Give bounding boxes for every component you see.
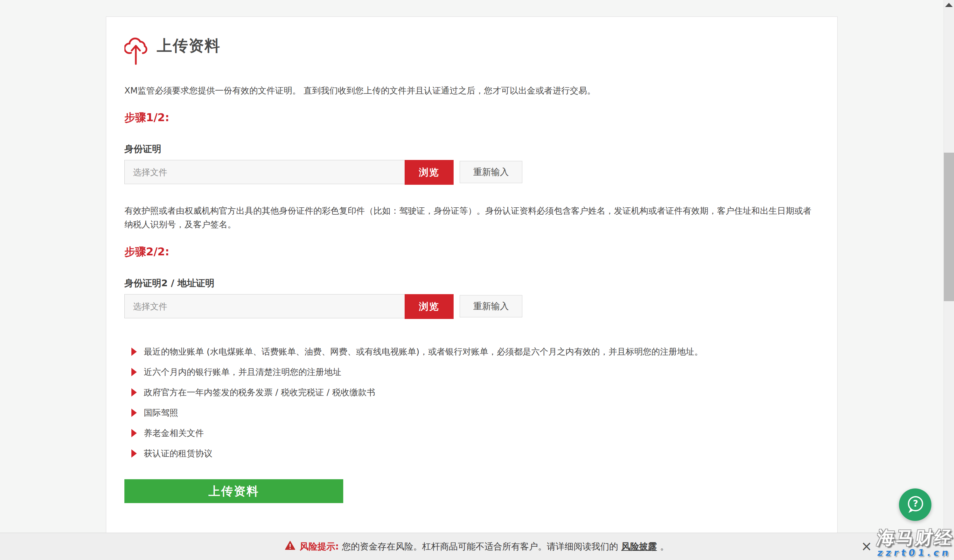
step2-field-label: 身份证明2 / 地址证明	[125, 277, 819, 289]
intro-text: XM监管必须要求您提供一份有效的文件证明。 直到我们收到您上传的文件并且认证通过…	[125, 84, 819, 97]
step1-field-label: 身份证明	[125, 143, 819, 155]
scrollbar-up-arrow-icon[interactable]	[945, 3, 953, 7]
step1-reset-button[interactable]: 重新输入	[460, 161, 522, 183]
step1-file-box: 浏览	[125, 160, 454, 184]
accepted-documents-list: 最近的物业账单 (水电煤账单、话费账单、油费、网费、或有线电视账单)，或者银行对…	[125, 346, 819, 459]
bullet-arrow-icon	[131, 348, 137, 356]
list-item-text: 国际驾照	[144, 408, 178, 418]
page-title: 上传资料	[157, 35, 220, 56]
step2-file-row: 浏览 重新输入	[125, 294, 819, 318]
upload-documents-page: 上传资料 XM监管必须要求您提供一份有效的文件证明。 直到我们收到您上传的文件并…	[0, 0, 954, 560]
close-icon[interactable]: ×	[859, 537, 873, 555]
bullet-arrow-icon	[131, 429, 137, 437]
upload-card: 上传资料 XM监管必须要求您提供一份有效的文件证明。 直到我们收到您上传的文件并…	[106, 17, 837, 534]
help-chat-button[interactable]: ?	[899, 488, 931, 521]
step1-browse-button[interactable]: 浏览	[405, 160, 454, 185]
bullet-arrow-icon	[131, 368, 137, 376]
upload-cloud-icon	[125, 35, 147, 67]
step1-file-input[interactable]	[125, 160, 453, 184]
vertical-scrollbar[interactable]	[943, 0, 954, 560]
list-item-text: 最近的物业账单 (水电煤账单、话费账单、油费、网费、或有线电视账单)，或者银行对…	[144, 346, 703, 357]
card-header: 上传资料	[125, 17, 819, 67]
list-item: 最近的物业账单 (水电煤账单、话费账单、油费、网费、或有线电视账单)，或者银行对…	[131, 346, 819, 357]
list-item: 获认证的租赁协议	[131, 448, 819, 459]
list-item: 政府官方在一年内签发的税务发票 / 税收完税证 / 税收缴款书	[131, 387, 819, 398]
step2-file-input[interactable]	[125, 294, 453, 318]
question-bubble-icon: ?	[899, 495, 931, 515]
risk-disclosure-link[interactable]: 风险披露	[621, 541, 657, 553]
list-item: 养老金相关文件	[131, 428, 819, 439]
risk-label: 风险提示:	[300, 541, 339, 553]
step1-description: 有效护照或者由权威机构官方出具的其他身份证件的彩色复印件（比如：驾驶证，身份证等…	[125, 204, 819, 231]
bullet-arrow-icon	[131, 409, 137, 417]
risk-message: 您的资金存在风险。杠杆商品可能不适合所有客户。请详细阅读我们的	[342, 541, 618, 553]
bullet-arrow-icon	[131, 388, 137, 397]
list-item-text: 获认证的租赁协议	[144, 448, 212, 459]
step2-browse-button[interactable]: 浏览	[405, 294, 454, 319]
upload-submit-button[interactable]: 上传资料	[125, 479, 343, 503]
list-item-text: 政府官方在一年内签发的税务发票 / 税收完税证 / 税收缴款书	[144, 387, 376, 398]
step2-heading: 步骤2/2:	[125, 244, 819, 258]
step2-file-box: 浏览	[125, 294, 454, 318]
step1-file-row: 浏览 重新输入	[125, 160, 819, 184]
risk-message-suffix: 。	[660, 541, 669, 553]
list-item-text: 近六个月内的银行账单，并且清楚注明您的注册地址	[144, 367, 341, 378]
bullet-arrow-icon	[131, 450, 137, 457]
step2-reset-button[interactable]: 重新输入	[460, 295, 522, 317]
scrollbar-thumb[interactable]	[944, 152, 954, 301]
list-item: 近六个月内的银行账单，并且清楚注明您的注册地址	[131, 367, 819, 378]
list-item-text: 养老金相关文件	[144, 428, 204, 439]
list-item: 国际驾照	[131, 408, 819, 418]
risk-warning-bar: 风险提示: 您的资金存在风险。杠杆商品可能不适合所有客户。请详细阅读我们的风险披…	[0, 533, 954, 560]
warning-triangle-icon	[285, 541, 296, 552]
step1-heading: 步骤1/2:	[125, 110, 819, 124]
svg-text:?: ?	[913, 498, 918, 509]
